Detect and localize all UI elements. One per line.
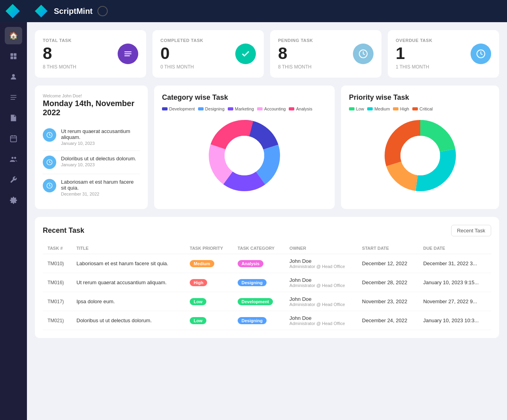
cell-task-num-2: TM017) [48, 299, 64, 304]
stat-total-sub: 8 THIS MONTH [43, 64, 138, 70]
recent-tasks-table: TASK # TITLE TASK PRIORITY TASK CATEGORY… [43, 243, 491, 330]
legend-dot-designing [198, 107, 204, 110]
col-title: TITLE [72, 243, 185, 254]
task-date-3: December 31, 2022 [61, 192, 140, 196]
topbar-status [97, 6, 108, 16]
svg-rect-15 [124, 51, 132, 52]
stat-completed-sub: 0 THIS MONTH [160, 64, 256, 70]
category-chart-card: Category wise Task Development Designing [154, 86, 335, 209]
legend-dot-critical [412, 107, 418, 110]
legend-development: Development [162, 106, 195, 111]
sidebar-item-dashboard[interactable] [5, 48, 22, 65]
legend-dot-accounting [257, 107, 263, 110]
svg-point-33 [400, 136, 440, 175]
cell-title-2: Ipsa dolore eum. [72, 292, 185, 311]
svg-rect-1 [14, 53, 17, 56]
cell-priority-1: High [185, 273, 233, 292]
topbar-logo [35, 5, 48, 17]
stat-overdue-sub: 1 THIS MONTH [396, 64, 491, 70]
legend-accounting: Accounting [257, 106, 286, 111]
legend-label-development: Development [169, 106, 195, 111]
svg-rect-7 [11, 99, 15, 100]
task-date-2: January 10, 2023 [61, 162, 136, 167]
owner-role-1: Administrator @ Head Office [290, 283, 353, 288]
recent-task-button[interactable]: Recent Task [451, 225, 491, 236]
sidebar-item-reports[interactable] [5, 109, 22, 127]
legend-label-marketing: Marketing [235, 106, 254, 111]
sidebar-item-team[interactable] [5, 150, 22, 168]
stat-completed-icon [235, 44, 256, 64]
category-chart-title: Category wise Task [162, 93, 327, 102]
logo-area [0, 0, 27, 22]
welcome-task-3: Laboriosam et est harum facere sit quia.… [43, 174, 140, 201]
legend-high: High [393, 106, 409, 111]
col-due-date: DUE DATE [418, 243, 491, 254]
svg-rect-8 [11, 136, 17, 142]
cell-start-2: November 23, 2022 [357, 292, 418, 311]
content-area: TOTAL TASK 8 8 THIS MONTH COMPLETED TASK… [27, 22, 507, 420]
legend-label-designing: Designing [205, 106, 225, 111]
owner-role-2: Administrator @ Head Office [290, 302, 353, 307]
owner-name-2: John Doe [290, 296, 353, 302]
legend-critical: Critical [412, 106, 433, 111]
main-content: ScriptMint TOTAL TASK 8 8 THIS MONTH COM… [27, 0, 507, 420]
badge-priority-1: High [190, 279, 207, 286]
stat-overdue-label: OVERDUE TASK [396, 38, 491, 43]
app-title: ScriptMint [54, 7, 93, 16]
svg-point-28 [225, 136, 264, 175]
sidebar-item-tools[interactable] [5, 171, 22, 188]
recent-title: Recent Task [43, 226, 84, 235]
priority-legend: Low Medium High Critical [349, 106, 491, 111]
svg-rect-16 [124, 53, 132, 54]
sidebar-item-home[interactable]: 🏠 [5, 27, 22, 44]
cell-title-3: Doloribus ut ut delectus dolorum. [72, 311, 185, 330]
legend-low: Low [349, 106, 364, 111]
cell-task-num-1: TM016) [48, 280, 64, 285]
legend-dot-analysis [289, 107, 294, 110]
svg-rect-5 [11, 95, 17, 96]
legend-label-high: High [400, 106, 409, 111]
owner-name-0: John Doe [290, 258, 353, 264]
cell-owner-0: John Doe Administrator @ Head Office [285, 254, 357, 273]
task-clock-icon-2 [43, 156, 56, 169]
cell-start-0: December 12, 2022 [357, 254, 418, 273]
welcome-card: Welcome John Doe! Monday 14th, November … [35, 86, 148, 209]
svg-rect-6 [11, 97, 17, 98]
cell-due-2: November 27, 2022 9... [418, 292, 491, 311]
middle-row: Welcome John Doe! Monday 14th, November … [35, 86, 499, 209]
sidebar-item-settings[interactable] [5, 192, 22, 209]
stat-cards-row: TOTAL TASK 8 8 THIS MONTH COMPLETED TASK… [35, 30, 499, 78]
col-priority: TASK PRIORITY [185, 243, 233, 254]
svg-point-13 [14, 157, 16, 159]
task-clock-icon-3 [43, 179, 56, 192]
stat-total-label: TOTAL TASK [43, 38, 138, 43]
legend-dot-development [162, 107, 168, 110]
priority-donut-svg [381, 116, 460, 195]
task-clock-icon-1 [43, 128, 56, 142]
legend-dot-medium [367, 107, 373, 110]
svg-rect-2 [11, 57, 13, 59]
svg-rect-17 [124, 55, 130, 56]
welcome-task-2: Doloribus ut ut delectus dolorum. Januar… [43, 151, 140, 174]
badge-category-3: Designing [238, 317, 267, 324]
category-donut-svg [205, 116, 284, 195]
badge-priority-3: Low [190, 317, 206, 324]
sidebar-item-users[interactable] [5, 68, 22, 86]
stat-total-icon [118, 44, 138, 64]
legend-marketing: Marketing [228, 106, 254, 111]
sidebar-item-tasks[interactable] [5, 89, 22, 106]
table-row: TM016) Ut rerum quaerat accusantium aliq… [43, 273, 491, 292]
stat-card-total: TOTAL TASK 8 8 THIS MONTH [35, 30, 146, 78]
cell-category-0: Analysis [233, 254, 285, 273]
sidebar-item-calendar[interactable] [5, 130, 22, 147]
legend-medium: Medium [367, 106, 390, 111]
owner-name-3: John Doe [290, 315, 353, 321]
cell-priority-0: Medium [185, 254, 233, 273]
cell-category-3: Designing [233, 311, 285, 330]
col-task-num: TASK # [43, 243, 72, 254]
recent-header: Recent Task Recent Task [43, 225, 491, 236]
stat-card-overdue: OVERDUE TASK 1 1 THIS MONTH [388, 30, 499, 78]
table-row: TM021) Doloribus ut ut delectus dolorum.… [43, 311, 491, 330]
cell-task-num-3: TM021) [48, 318, 64, 323]
cell-start-1: December 28, 2022 [357, 273, 418, 292]
